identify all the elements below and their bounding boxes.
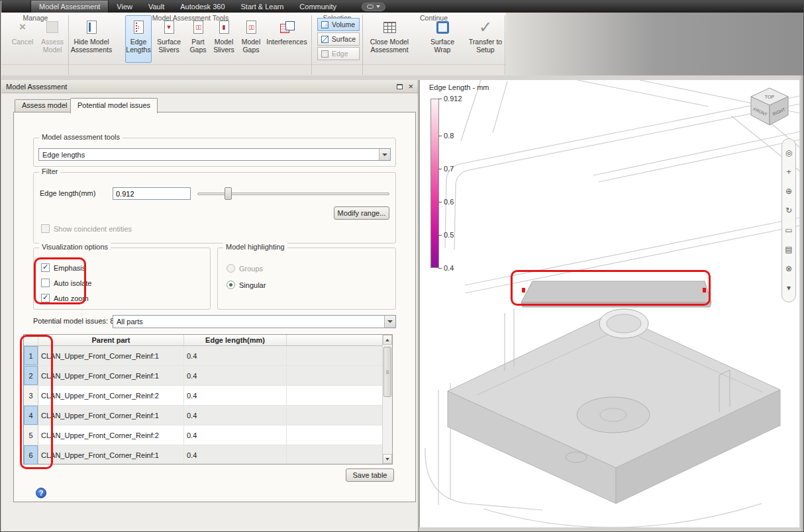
- transfer-to-setup-button[interactable]: ✓ Transfer to Setup: [466, 15, 505, 63]
- table-row[interactable]: 2 CLAN_Upper_Front_Corner_Reinf:1 0.4: [24, 366, 382, 386]
- surface-wrap-button[interactable]: Surface Wrap: [421, 15, 464, 63]
- menu-tab-autodesk-360[interactable]: Autodesk 360: [172, 1, 232, 13]
- emphasis-checkbox[interactable]: Emphasis: [41, 263, 85, 272]
- model-slivers-button[interactable]: ▮ Model Slivers: [211, 15, 237, 63]
- edge-lengths-button[interactable]: ↕ Edge Lengths: [125, 15, 152, 63]
- edge-length-cell[interactable]: 0.4: [184, 406, 287, 425]
- view-face-icon[interactable]: ▤: [783, 244, 794, 255]
- selection-edge-button[interactable]: Edge: [317, 47, 360, 60]
- scroll-down-button[interactable]: [383, 454, 392, 464]
- edge-length-cell[interactable]: 0.4: [184, 386, 287, 405]
- parent-part-header[interactable]: Parent part: [38, 335, 184, 345]
- menu-tab-model-assessment[interactable]: Model Assessment: [30, 1, 109, 13]
- auto-isolate-label: Auto isolate: [54, 279, 91, 287]
- assess-model-button[interactable]: Assess Model: [38, 15, 67, 63]
- blank-cell: [287, 406, 382, 425]
- legend-tick: 0.6: [444, 198, 473, 206]
- table-row[interactable]: 4 CLAN_Upper_Front_Corner_Reinf:1 0.4: [24, 406, 382, 425]
- interferences-button[interactable]: Interferences: [264, 15, 310, 63]
- parent-part-cell[interactable]: CLAN_Upper_Front_Corner_Reinf:1: [38, 406, 184, 425]
- legend-tick: 0.8: [444, 132, 473, 140]
- model-solid: [448, 309, 780, 504]
- interferences-label: Interferences: [266, 38, 307, 46]
- blank-cell: [287, 445, 382, 465]
- close-navbar-icon[interactable]: ⊗: [783, 263, 794, 274]
- zoom-icon[interactable]: ⊕: [783, 186, 794, 197]
- close-panel-icon[interactable]: ×: [408, 82, 413, 91]
- dropdown-arrow-icon[interactable]: [384, 316, 395, 328]
- edge-length-input[interactable]: [113, 187, 191, 200]
- model-canvas[interactable]: [420, 80, 800, 527]
- tab-potential-model-issues[interactable]: Potential model issues: [70, 98, 158, 113]
- menu-tab-community[interactable]: Community: [291, 1, 344, 13]
- table-row[interactable]: 3 CLAN_Upper_Front_Corner_Reinf:2 0.4: [24, 386, 382, 406]
- row-number-cell[interactable]: 1: [24, 346, 38, 365]
- float-panel-icon[interactable]: [397, 84, 403, 89]
- navbar-menu-icon[interactable]: ▾: [783, 283, 794, 293]
- auto-isolate-checkbox[interactable]: Auto isolate: [41, 279, 91, 287]
- parts-filter-dropdown[interactable]: All parts: [113, 315, 396, 328]
- highlighted-part-plate[interactable]: [521, 281, 711, 307]
- edge-length-slider-thumb[interactable]: [225, 187, 232, 200]
- groups-radio[interactable]: Groups: [226, 264, 263, 273]
- singular-radio[interactable]: Singular: [226, 281, 266, 289]
- surface-label: Surface: [332, 35, 356, 43]
- scrollbar-thumb[interactable]: [383, 347, 391, 397]
- row-number-cell[interactable]: 5: [24, 425, 38, 445]
- assessment-tool-dropdown[interactable]: Edge lengths: [38, 148, 391, 161]
- auto-zoom-checkbox[interactable]: Auto zoom: [41, 294, 89, 302]
- edge-length-header[interactable]: Edge length(mm): [184, 335, 287, 345]
- edge-length-cell[interactable]: 0.4: [184, 425, 287, 445]
- window-right-frame: [799, 75, 804, 532]
- tab-assess-model[interactable]: Assess model: [15, 99, 74, 112]
- save-table-button[interactable]: Save table: [346, 468, 394, 482]
- interferences-icon: [279, 18, 294, 36]
- viewport-3d[interactable]: Edge Length - mm 0.912 0.8 0.7 0.6 0.5 0…: [419, 80, 799, 527]
- part-gaps-button[interactable]: ▯▯ Part Gaps: [187, 15, 209, 63]
- row-number-cell[interactable]: 2: [24, 366, 38, 385]
- table-row[interactable]: 6 CLAN_Upper_Front_Corner_Reinf:1 0.4: [24, 445, 382, 465]
- window-bottom-frame: [419, 527, 799, 532]
- look-at-icon[interactable]: ▭: [783, 225, 794, 236]
- surface-slivers-button[interactable]: ▼ Surface Slivers: [154, 15, 184, 63]
- parent-part-cell[interactable]: CLAN_Upper_Front_Corner_Reinf:1: [38, 366, 184, 385]
- highlighted-edge-marker: [522, 288, 525, 292]
- pan-icon[interactable]: +: [783, 167, 794, 177]
- table-row[interactable]: 5 CLAN_Upper_Front_Corner_Reinf:2 0.4: [24, 425, 382, 445]
- edge-length-cell[interactable]: 0.4: [184, 366, 287, 385]
- menu-tab-view[interactable]: View: [109, 1, 140, 13]
- dropdown-arrow-icon[interactable]: [379, 149, 390, 160]
- help-icon[interactable]: ?: [36, 488, 46, 498]
- menu-tab-vault[interactable]: Vault: [140, 1, 172, 13]
- parent-part-cell[interactable]: CLAN_Upper_Front_Corner_Reinf:2: [38, 386, 184, 405]
- parent-part-cell[interactable]: CLAN_Upper_Front_Corner_Reinf:2: [38, 425, 184, 445]
- hide-model-assessments-button[interactable]: Hide Model Assessments: [70, 15, 113, 63]
- surface-wrap-label: Surface Wrap: [422, 38, 463, 54]
- edge-length-cell[interactable]: 0.4: [184, 346, 287, 365]
- scroll-up-button[interactable]: [383, 335, 392, 345]
- show-coincident-checkbox[interactable]: Show coincident entities: [41, 224, 132, 233]
- menubar: Model Assessment View Vault Autodesk 360…: [1, 1, 804, 13]
- model-assessment-panel: Model Assessment × Assess model Potentia…: [1, 80, 419, 532]
- infocenter-toggle[interactable]: [362, 3, 385, 11]
- selection-volume-button[interactable]: Volume: [317, 18, 360, 31]
- table-row[interactable]: 1 CLAN_Upper_Front_Corner_Reinf:1 0.4: [24, 346, 382, 366]
- edge-length-cell[interactable]: 0.4: [184, 445, 287, 465]
- selection-surface-button[interactable]: Surface: [317, 32, 360, 46]
- viewcube-top-label[interactable]: TOP: [765, 95, 775, 99]
- view-cube[interactable]: TOP FRONT RIGHT: [742, 81, 797, 137]
- parent-part-cell[interactable]: CLAN_Upper_Front_Corner_Reinf:1: [38, 346, 184, 365]
- model-gaps-label: Model Gaps: [239, 38, 263, 54]
- model-gaps-button[interactable]: ▯▯ Model Gaps: [238, 15, 264, 63]
- row-number-cell[interactable]: 4: [24, 406, 38, 425]
- row-number-cell[interactable]: 3: [24, 386, 38, 405]
- close-model-assessment-button[interactable]: Close Model Assessment: [366, 15, 413, 63]
- menu-tab-start-learn[interactable]: Start & Learn: [233, 1, 292, 13]
- row-number-cell[interactable]: 6: [24, 445, 38, 465]
- modify-range-button[interactable]: Modify range...: [334, 206, 389, 220]
- cancel-button[interactable]: × Cancel: [9, 15, 36, 63]
- table-scrollbar[interactable]: [382, 335, 392, 464]
- orbit-icon[interactable]: ↻: [783, 205, 794, 216]
- parent-part-cell[interactable]: CLAN_Upper_Front_Corner_Reinf:1: [38, 445, 184, 465]
- steering-wheel-icon[interactable]: ◎: [783, 148, 794, 158]
